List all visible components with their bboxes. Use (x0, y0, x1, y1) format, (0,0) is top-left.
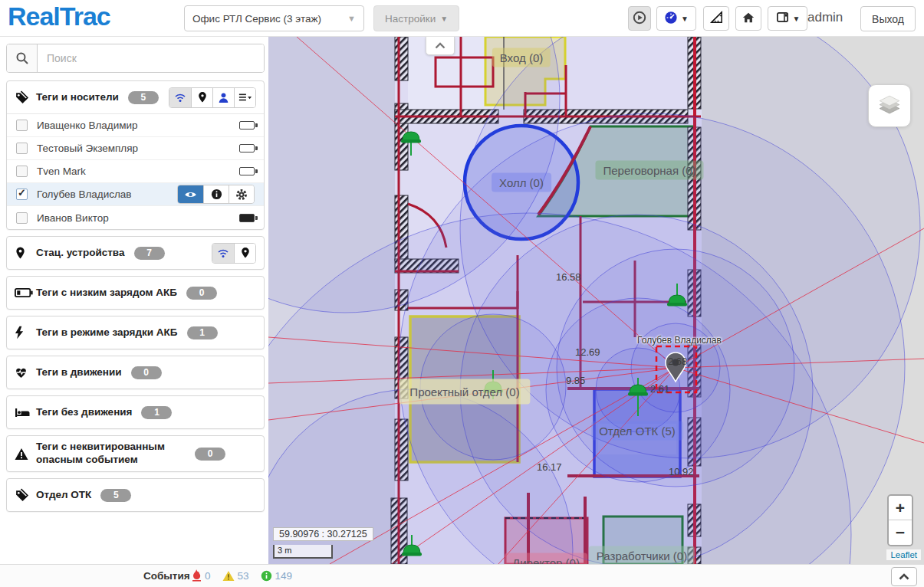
layers-button[interactable] (868, 84, 911, 127)
moving-tags-panel: Теги в движении 0 (6, 356, 265, 389)
tag-actions (177, 185, 255, 204)
ruler-icon (709, 10, 724, 27)
home-icon (742, 11, 755, 27)
play-icon (633, 11, 646, 27)
info-circle-icon (261, 570, 272, 582)
fire-icon (192, 569, 202, 582)
gauge-icon (664, 11, 678, 27)
events-expand-button[interactable] (891, 567, 917, 586)
layout-menu-button[interactable]: ▼ (768, 6, 807, 31)
floor-select[interactable]: Офис РТЛ Сервис (3 этаж) ▼ (184, 5, 364, 31)
app-logo: RealTrac (8, 2, 110, 31)
wifi-filter-button[interactable] (169, 88, 191, 107)
warning-triangle-icon (222, 570, 235, 582)
panel-header[interactable]: Стац. устройства 7 (7, 237, 264, 269)
tags-panel-header[interactable]: Теги и носители 5 (7, 81, 264, 113)
home-button[interactable] (735, 6, 761, 31)
left-sidebar: Теги и носители 5 Иващенко Вла (0, 37, 268, 564)
count-badge: 0 (195, 448, 225, 461)
battery-low-icon (15, 287, 36, 298)
otk-group-panel: Отдел ОТК 5 (6, 478, 265, 512)
battery-empty-icon (239, 121, 255, 130)
tags-filter-group (169, 87, 256, 108)
chevron-down-icon: ▼ (681, 15, 689, 23)
zoom-in-button[interactable]: + (889, 496, 912, 520)
checkbox[interactable] (16, 120, 28, 131)
battery-empty-icon (239, 144, 255, 152)
tag-list-item[interactable]: Иващенко Владимир (7, 114, 264, 137)
settings-button[interactable]: Настройки ▼ (373, 5, 459, 31)
chevron-down-icon: ▼ (793, 15, 801, 23)
count-badge: 1 (141, 406, 172, 419)
checkbox-checked[interactable] (16, 189, 28, 200)
chevron-up-icon (435, 42, 446, 49)
logout-button[interactable]: Выход (860, 6, 916, 31)
eye-button[interactable] (178, 185, 203, 203)
list-menu-button[interactable] (234, 88, 255, 107)
leaflet-attribution[interactable]: Leaflet (886, 549, 921, 560)
tag-list: Иващенко Владимир Тестовый Экземпляр Tve… (7, 113, 264, 229)
charging-panel: Теги в режиме зарядки АКБ 1 (6, 316, 265, 349)
tags-panel: Теги и носители 5 Иващенко Вла (6, 80, 265, 230)
wifi-filter-button[interactable] (212, 244, 234, 263)
chevron-up-icon (899, 573, 909, 580)
pin-filter-button[interactable] (191, 88, 212, 107)
no-motion-panel: Теги без движения 1 (6, 395, 265, 429)
info-counter[interactable]: 149 (261, 570, 293, 582)
panel-header[interactable]: Отдел ОТК 5 (7, 479, 264, 511)
sidebar-collapse-button[interactable] (426, 37, 455, 55)
tag-list-item[interactable]: Tven Mark (7, 160, 264, 183)
bed-icon (15, 406, 36, 418)
heart-pulse-icon (15, 366, 36, 379)
count-badge: 1 (187, 326, 218, 339)
floor-select-value: Офис РТЛ Сервис (3 этаж) (192, 13, 321, 25)
panel-header[interactable]: Теги в режиме зарядки АКБ 1 (7, 316, 264, 349)
tag-icon (15, 488, 36, 503)
layers-icon (874, 90, 905, 121)
gear-button[interactable] (229, 185, 254, 203)
measure-button[interactable] (703, 6, 729, 31)
tag-list-item[interactable]: Иванов Виктор (7, 206, 264, 229)
top-header: RealTrac Офис РТЛ Сервис (3 этаж) ▼ Наст… (0, 0, 924, 37)
warning-counter[interactable]: 53 (222, 570, 249, 582)
pin-filter-button[interactable] (234, 244, 255, 263)
panel-header[interactable]: Теги в движении 0 (7, 356, 264, 389)
checkbox[interactable] (16, 143, 28, 154)
search-input[interactable] (38, 44, 264, 72)
search-icon (7, 44, 38, 72)
events-label: События (143, 570, 190, 582)
info-button[interactable] (203, 185, 229, 203)
danger-counter[interactable]: 0 (192, 569, 211, 582)
warning-icon (15, 448, 36, 461)
panel-header[interactable]: Теги без движения 1 (7, 396, 264, 428)
panel-header[interactable]: Теги с неквитированным опасным событием … (7, 436, 264, 471)
count-badge: 7 (134, 247, 165, 260)
danger-events-panel: Теги с неквитированным опасным событием … (6, 435, 265, 472)
battery-full-icon (239, 214, 255, 222)
battery-empty-icon (239, 167, 255, 175)
chevron-down-icon: ▼ (347, 14, 356, 23)
search-box (6, 44, 265, 73)
panel-header[interactable]: Теги с низким зарядом АКБ 0 (7, 277, 264, 309)
bolt-icon (15, 326, 36, 339)
dashboard-menu-button[interactable]: ▼ (656, 6, 696, 31)
zoom-out-button[interactable]: − (889, 520, 912, 545)
events-bar: События 0 53 149 (0, 564, 924, 587)
coverage-circles (268, 37, 920, 564)
tag-list-item-selected[interactable]: Голубев Владислав (7, 183, 264, 206)
count-badge: 0 (131, 366, 162, 379)
floor-plan-canvas (268, 37, 924, 564)
checkbox[interactable] (16, 166, 28, 177)
play-button[interactable] (628, 6, 651, 31)
checkbox[interactable] (16, 212, 28, 224)
tag-list-item[interactable]: Тестовый Экземпляр (7, 137, 264, 160)
pin-icon (15, 246, 36, 260)
person-filter-button[interactable] (212, 88, 234, 107)
count-badge: 5 (128, 91, 159, 104)
current-user: admin (807, 10, 843, 25)
stationary-devices-panel: Стац. устройства 7 (6, 236, 265, 270)
count-badge: 5 (100, 489, 131, 502)
zoom-control: + − (887, 494, 913, 546)
device-filter-group (212, 243, 256, 264)
floor-map[interactable]: Вход (0) Холл (0) Переговорная (0) Проек… (268, 37, 924, 564)
